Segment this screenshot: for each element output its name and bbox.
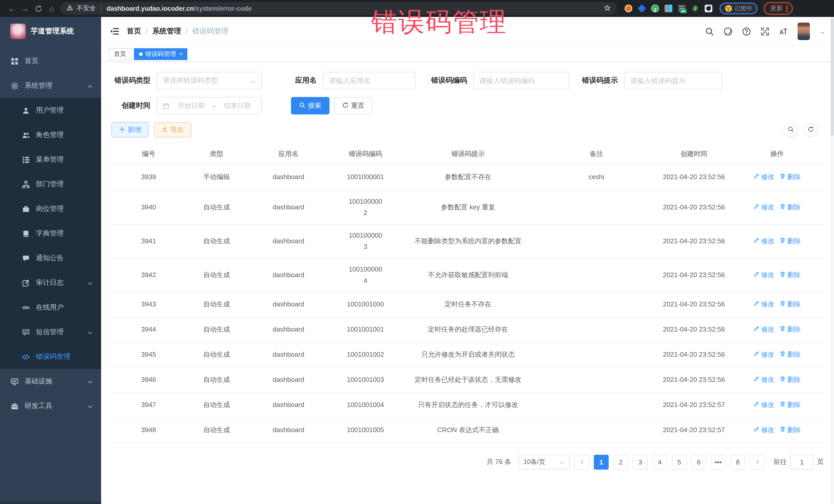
sidebar-item-字典管理[interactable]: 字典管理 bbox=[0, 221, 101, 246]
puzzle-extension-icon[interactable] bbox=[705, 5, 712, 12]
github-icon[interactable] bbox=[724, 27, 732, 36]
sidebar-item-在线用户[interactable]: 在线用户 bbox=[0, 295, 101, 320]
sidebar-item-首页[interactable]: 首页 bbox=[0, 49, 101, 73]
close-icon[interactable]: × bbox=[179, 51, 182, 57]
font-size-icon[interactable] bbox=[779, 27, 788, 36]
page-size-select[interactable]: 10条/页 bbox=[518, 455, 570, 469]
delete-link[interactable]: 删除 bbox=[780, 269, 800, 281]
prev-page-button[interactable] bbox=[574, 455, 589, 469]
add-button[interactable]: 新增 bbox=[111, 122, 149, 137]
back-icon[interactable]: ← bbox=[5, 4, 19, 13]
delete-link[interactable]: 删除 bbox=[780, 236, 800, 247]
sidebar-item-部门管理[interactable]: 部门管理 bbox=[0, 172, 101, 197]
page-button-5[interactable]: 5 bbox=[672, 455, 687, 469]
edit-link[interactable]: 修改 bbox=[753, 425, 774, 436]
reset-button[interactable]: 重置 bbox=[334, 97, 373, 114]
error-code-input[interactable] bbox=[479, 77, 563, 84]
edit-link[interactable]: 修改 bbox=[753, 202, 774, 213]
reload-icon[interactable] bbox=[32, 4, 45, 13]
edit-link[interactable]: 修改 bbox=[753, 349, 774, 360]
delete-link[interactable]: 删除 bbox=[780, 324, 800, 335]
breadcrumb-item-系统管理[interactable]: 系统管理 bbox=[152, 27, 181, 36]
home-icon[interactable]: ⌂ bbox=[45, 4, 59, 13]
help-icon[interactable] bbox=[742, 27, 751, 36]
show-search-button[interactable] bbox=[784, 123, 797, 137]
sidebar-item-菜单管理[interactable]: 菜单管理 bbox=[0, 147, 101, 172]
breadcrumb-item-首页[interactable]: 首页 bbox=[127, 27, 141, 36]
edit-link[interactable]: 修改 bbox=[753, 171, 774, 183]
breadcrumb: 首页/系统管理/错误码管理 bbox=[127, 27, 228, 36]
error-hint-input[interactable] bbox=[630, 77, 716, 84]
page-button-1[interactable]: 1 bbox=[594, 455, 609, 469]
user-avatar[interactable] bbox=[797, 23, 810, 40]
page-content: 错误码类型 请选择错误码类型 应用名 错误码编码 错误码提示 bbox=[101, 62, 834, 504]
gem-extension-icon[interactable] bbox=[637, 4, 646, 13]
fullscreen-icon[interactable] bbox=[761, 27, 769, 36]
delete-link[interactable]: 删除 bbox=[780, 374, 800, 386]
leaf-extension-icon[interactable] bbox=[691, 5, 699, 12]
sidebar-logo[interactable]: 芋道管理系统 bbox=[0, 17, 101, 46]
sidebar-item-研发工具[interactable]: 研发工具 bbox=[0, 394, 101, 418]
page-button-6[interactable]: 6 bbox=[691, 455, 706, 469]
delete-link[interactable]: 删除 bbox=[780, 425, 800, 436]
sidebar-item-通知公告[interactable]: 通知公告 bbox=[0, 246, 101, 270]
next-page-button[interactable] bbox=[750, 455, 765, 469]
browser-menu-icon[interactable] bbox=[786, 5, 788, 12]
delete-link[interactable]: 删除 bbox=[780, 202, 800, 213]
sidebar-item-错误码管理[interactable]: 错误码管理 bbox=[0, 344, 101, 369]
goto-page-input[interactable] bbox=[791, 458, 813, 466]
forward-icon[interactable]: → bbox=[19, 4, 32, 13]
page-button-3[interactable]: 3 bbox=[633, 455, 648, 469]
error-type-select[interactable]: 请选择错误码类型 bbox=[156, 72, 262, 89]
profile-paused-pill[interactable]: 已暂停 bbox=[720, 3, 758, 14]
sidebar-item-用户管理[interactable]: 用户管理 bbox=[0, 98, 101, 123]
delete-link[interactable]: 删除 bbox=[780, 171, 800, 183]
url-bar[interactable]: 不安全 dashboard.yudao.iocoder.cn/system/er… bbox=[61, 2, 617, 15]
layers-on-extension-icon[interactable]: on bbox=[678, 5, 686, 12]
sidebar-item-角色管理[interactable]: 角色管理 bbox=[0, 123, 101, 147]
tab-label: 错误码管理 bbox=[145, 49, 176, 58]
edit-link[interactable]: 修改 bbox=[753, 269, 774, 281]
delete-link[interactable]: 删除 bbox=[780, 299, 800, 310]
cell-id: 3946 bbox=[111, 368, 186, 393]
search-button[interactable]: 搜索 bbox=[291, 97, 329, 114]
sidebar-item-短信管理[interactable]: 短信管理 bbox=[0, 320, 101, 344]
update-button[interactable]: 更新 bbox=[764, 2, 793, 15]
url-text[interactable]: dashboard.yudao.iocoder.cn/system/error-… bbox=[107, 5, 252, 12]
sidebar-item-系统管理[interactable]: 系统管理 bbox=[0, 73, 101, 98]
refresh-table-button[interactable] bbox=[804, 123, 817, 137]
page-scrollbar[interactable] bbox=[830, 17, 834, 504]
target-extension-icon[interactable] bbox=[624, 5, 632, 12]
sidebar-item-审计日志[interactable]: 审计日志 bbox=[0, 270, 101, 295]
page-button-2[interactable]: 2 bbox=[613, 455, 628, 469]
search-icon[interactable] bbox=[705, 27, 714, 36]
app-name-input[interactable] bbox=[329, 77, 409, 84]
delete-link[interactable]: 删除 bbox=[780, 399, 800, 411]
edit-link[interactable]: 修改 bbox=[753, 399, 774, 411]
scrollbar-thumb[interactable] bbox=[831, 18, 833, 136]
export-button[interactable]: 导出 bbox=[154, 122, 192, 137]
page-ellipsis[interactable]: ••• bbox=[711, 455, 726, 469]
edit-link[interactable]: 修改 bbox=[753, 299, 774, 310]
grid-extension-icon[interactable] bbox=[665, 5, 672, 12]
edit-link[interactable]: 修改 bbox=[753, 236, 774, 247]
sidebar-collapse-bar[interactable] bbox=[0, 501, 101, 504]
edit-link[interactable]: 修改 bbox=[753, 324, 774, 335]
page-button-4[interactable]: 4 bbox=[652, 455, 667, 469]
edit-link[interactable]: 修改 bbox=[753, 374, 774, 386]
chevron-down-icon[interactable] bbox=[820, 28, 825, 34]
tab-错误码管理[interactable]: 错误码管理× bbox=[134, 48, 188, 60]
delete-icon bbox=[780, 399, 786, 411]
bookmark-star-icon[interactable] bbox=[604, 4, 611, 13]
goto-page: 前往 页 bbox=[773, 455, 824, 469]
security-label[interactable]: 不安全 bbox=[76, 4, 96, 13]
delete-link[interactable]: 删除 bbox=[780, 349, 800, 360]
cell-error-code: 1001000003 bbox=[329, 224, 401, 258]
green-y-extension-icon[interactable]: y bbox=[651, 5, 659, 12]
fold-sidebar-icon[interactable] bbox=[110, 27, 119, 36]
date-range-picker[interactable]: 开始日期 - 结束日期 bbox=[156, 97, 262, 114]
sidebar-item-岗位管理[interactable]: 岗位管理 bbox=[0, 197, 101, 221]
page-button-8[interactable]: 8 bbox=[730, 455, 745, 469]
sidebar-item-基础设施[interactable]: 基础设施 bbox=[0, 369, 101, 394]
tab-首页[interactable]: 首页 bbox=[109, 48, 131, 60]
